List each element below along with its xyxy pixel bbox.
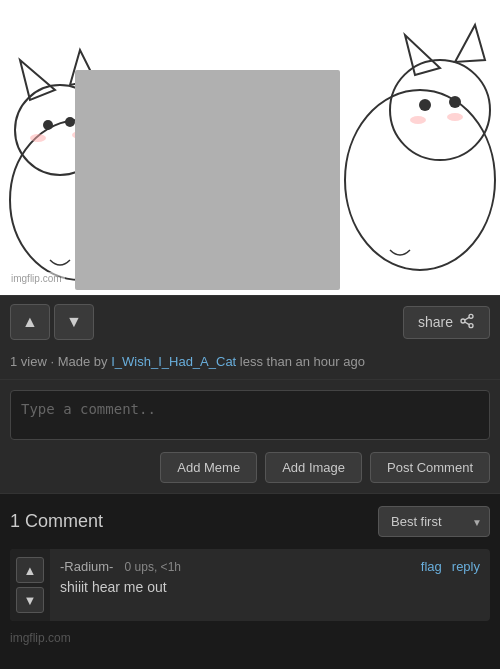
comment-upvote-button[interactable]: ▲: [16, 557, 44, 583]
comment-ups: 0 ups, <1h: [118, 560, 181, 574]
svg-point-12: [449, 96, 461, 108]
add-meme-button[interactable]: Add Meme: [160, 452, 257, 483]
meta-separator: ·: [50, 354, 57, 369]
svg-point-19: [469, 323, 473, 327]
vote-buttons: ▲ ▼: [10, 304, 94, 340]
author-link[interactable]: I_Wish_I_Had_A_Cat: [111, 354, 236, 369]
comment-left-meta: -Radium- 0 ups, <1h: [60, 557, 181, 575]
sort-dropdown[interactable]: Best first Newest first Oldest first: [378, 506, 490, 537]
flag-link[interactable]: flag: [421, 559, 442, 574]
svg-point-13: [30, 134, 46, 142]
comment-buttons: Add Meme Add Image Post Comment: [10, 452, 490, 483]
page-footer: imgflip.com: [0, 621, 500, 655]
downvote-button[interactable]: ▼: [54, 304, 94, 340]
footer-label: imgflip.com: [10, 631, 71, 645]
comments-count: 1 Comment: [10, 511, 103, 532]
comment-meta-row: -Radium- 0 ups, <1h flag reply: [60, 557, 480, 575]
svg-point-15: [410, 116, 426, 124]
views-count: 1 view: [10, 354, 47, 369]
comment-input-area: Add Meme Add Image Post Comment: [0, 380, 500, 494]
comment-author: -Radium-: [60, 559, 113, 574]
comments-section: 1 Comment Best first Newest first Oldest…: [0, 494, 500, 621]
svg-point-16: [447, 113, 463, 121]
sort-dropdown-wrapper: Best first Newest first Oldest first: [378, 506, 490, 537]
reply-link[interactable]: reply: [452, 559, 480, 574]
image-watermark: imgflip.com: [8, 272, 65, 285]
controls-bar: ▲ ▼ share: [0, 295, 500, 348]
share-label: share: [418, 314, 453, 330]
comment-vote-col: ▲ ▼: [10, 549, 50, 621]
comment-body: -Radium- 0 ups, <1h flag reply shiiit he…: [50, 549, 490, 621]
svg-line-21: [465, 317, 470, 320]
upvote-button[interactable]: ▲: [10, 304, 50, 340]
comment-downvote-button[interactable]: ▼: [16, 587, 44, 613]
svg-point-6: [65, 117, 75, 127]
comment-text: shiiit hear me out: [60, 579, 480, 595]
add-image-button[interactable]: Add Image: [265, 452, 362, 483]
time-ago: less than an hour ago: [240, 354, 365, 369]
svg-point-5: [43, 120, 53, 130]
comments-header: 1 Comment Best first Newest first Oldest…: [10, 506, 490, 537]
comment-textarea[interactable]: [10, 390, 490, 440]
svg-point-11: [419, 99, 431, 111]
meta-info: 1 view · Made by I_Wish_I_Had_A_Cat less…: [0, 348, 500, 380]
share-icon: [459, 313, 475, 332]
comment-item: ▲ ▼ -Radium- 0 ups, <1h flag reply shiii…: [10, 549, 490, 621]
svg-line-20: [465, 322, 470, 325]
svg-point-18: [461, 319, 465, 323]
svg-point-17: [469, 314, 473, 318]
made-by-label: Made by: [58, 354, 108, 369]
post-comment-button[interactable]: Post Comment: [370, 452, 490, 483]
share-button[interactable]: share: [403, 306, 490, 339]
gray-overlay: [75, 70, 340, 290]
meme-image: imgflip.com: [0, 0, 500, 295]
comment-actions: flag reply: [421, 559, 480, 574]
